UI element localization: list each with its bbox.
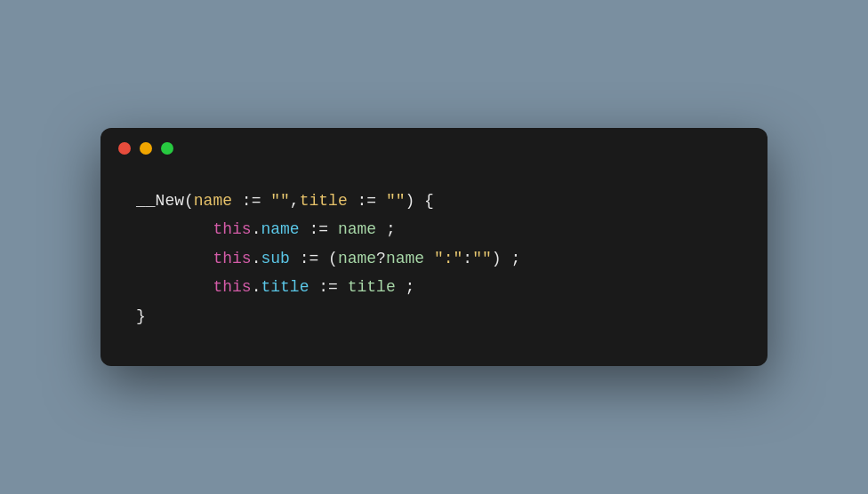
code-token: title xyxy=(348,278,396,296)
code-token: name xyxy=(386,250,424,267)
code-token: title xyxy=(300,192,348,210)
code-token: := xyxy=(232,192,270,210)
code-token xyxy=(174,220,213,238)
code-token: := xyxy=(300,220,338,238)
code-token xyxy=(174,278,213,296)
code-token: ":" xyxy=(434,250,462,267)
code-token: := xyxy=(348,192,386,210)
code-token: "" xyxy=(386,192,406,210)
code-token: } xyxy=(136,307,146,325)
code-line: this.name := name ; xyxy=(136,215,732,243)
close-button[interactable] xyxy=(118,142,131,155)
code-token: ; xyxy=(376,220,396,238)
code-window: __New(name := "",title := "") { this.nam… xyxy=(100,128,768,366)
code-token: "" xyxy=(472,250,492,267)
code-token: name xyxy=(338,250,376,267)
code-token: name xyxy=(194,192,232,210)
code-token: ) { xyxy=(406,192,434,210)
code-line: } xyxy=(136,302,732,331)
code-token xyxy=(424,250,434,267)
code-token: "" xyxy=(270,192,290,210)
code-token: sub xyxy=(261,250,289,267)
code-token: this xyxy=(213,220,251,238)
code-line: this.title := title ; xyxy=(136,273,732,301)
minimize-button[interactable] xyxy=(140,142,152,155)
code-token: name xyxy=(338,220,376,238)
code-token: __New( xyxy=(136,192,194,210)
code-line: __New(name := "",title := "") { xyxy=(136,187,732,215)
code-token: := ( xyxy=(290,250,338,267)
code-token: ; xyxy=(396,278,415,296)
code-token: title xyxy=(261,278,309,296)
maximize-button[interactable] xyxy=(161,142,173,155)
code-token: . xyxy=(252,278,261,296)
code-token: : xyxy=(462,250,472,267)
code-token: , xyxy=(290,192,300,210)
code-token: name xyxy=(261,220,299,238)
code-line: this.sub := (name?name ":":"") ; xyxy=(136,244,732,273)
code-token: this xyxy=(213,278,251,296)
code-token: this xyxy=(213,250,251,267)
code-editor: __New(name := "",title := "") { this.nam… xyxy=(100,169,768,366)
code-token xyxy=(174,250,213,267)
code-token: ) ; xyxy=(492,250,520,267)
code-token: ? xyxy=(376,250,386,267)
code-token: := xyxy=(309,278,347,296)
code-token: . xyxy=(252,250,261,267)
titlebar xyxy=(100,128,768,169)
code-token: . xyxy=(252,220,261,238)
